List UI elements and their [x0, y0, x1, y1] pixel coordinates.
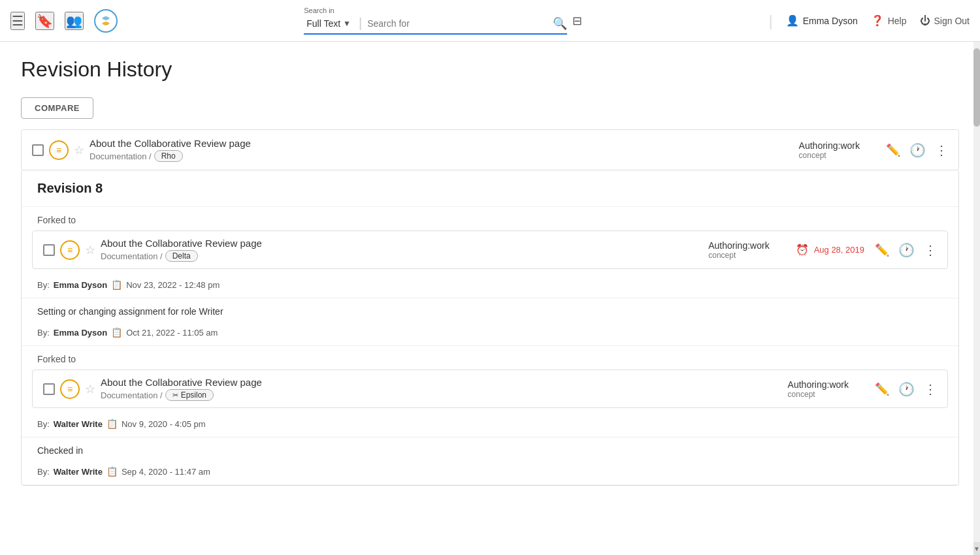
user-section[interactable]: 👤 Emma Dyson [786, 14, 858, 27]
by-line-3: By: Walter Write 📋 Nov 9, 2020 - 4:05 pm [22, 413, 958, 437]
forked-item-row-3: ≡ ☆ About the Collaborative Review page … [32, 370, 948, 408]
action-item-row-2: Setting or changing assignment for role … [22, 298, 958, 322]
edit-button[interactable]: ✏️ [886, 143, 900, 157]
current-item-row: ≡ ☆ About the Collaborative Review page … [21, 129, 959, 170]
user-icon: 👤 [786, 14, 799, 27]
by-name-2: Emma Dyson [54, 328, 107, 338]
forked-item-title-1: About the Collaborative Review page [101, 238, 708, 249]
search-section: Search in Full Text ▼ | 🔍 [304, 7, 567, 35]
help-label: Help [888, 16, 907, 26]
compare-button[interactable]: COMPARE [21, 97, 93, 119]
forked-action-icons-3: ✏️ 🕐 ⋮ [875, 381, 937, 397]
scrollbar-track[interactable]: ▼ [973, 42, 980, 501]
forked-more-button-3[interactable]: ⋮ [924, 381, 937, 397]
app-logo [94, 9, 118, 33]
forked-more-button-1[interactable]: ⋮ [924, 242, 937, 258]
chevron-down-icon: ▼ [343, 19, 351, 28]
revision-section-3: Forked to ≡ ☆ About the Collaborative Re… [22, 346, 958, 437]
help-icon: ❓ [871, 14, 884, 27]
by-name-3: Walter Write [54, 419, 103, 429]
search-bar: Full Text ▼ | 🔍 [304, 16, 567, 35]
forked-authoring-work-3: Authoring:work [788, 379, 849, 390]
forked-item-breadcrumb-3: Documentation / ✂ Epsilon [101, 389, 788, 401]
by-label-1: By: [37, 280, 50, 290]
item-breadcrumb: Documentation / Rho [90, 150, 799, 162]
action-item-title-4: Checked in [37, 445, 943, 456]
calendar-icon-1: 📋 [111, 279, 122, 290]
search-type-dropdown[interactable]: Full Text ▼ [304, 18, 353, 29]
warning-clock-icon: ⏰ [796, 244, 809, 256]
forked-history-button-1[interactable]: 🕐 [898, 242, 915, 258]
revision-section-4: Checked in By: Walter Write 📋 Sep 4, 202… [22, 437, 958, 485]
filter-button[interactable]: ⊟ [572, 14, 582, 28]
by-name-1: Emma Dyson [54, 280, 107, 290]
search-input[interactable] [367, 18, 550, 29]
by-line-1: By: Emma Dyson 📋 Nov 23, 2022 - 12:48 pm [22, 274, 958, 298]
nav-separator: | [768, 12, 772, 30]
forked-item-checkbox-3[interactable] [43, 383, 55, 395]
forked-history-button-3[interactable]: 🕐 [898, 381, 915, 397]
more-options-button[interactable]: ⋮ [935, 142, 948, 158]
forked-edit-button-3[interactable]: ✏️ [875, 382, 889, 396]
forked-action-icons-1: ✏️ 🕐 ⋮ [875, 242, 937, 258]
branch-tag-rho: Rho [154, 150, 183, 162]
forked-item-title-3: About the Collaborative Review page [101, 377, 788, 388]
branch-tag-epsilon: ✂ Epsilon [165, 389, 214, 401]
action-item-title-2: Setting or changing assignment for role … [37, 306, 943, 317]
breadcrumb-text: Documentation / [90, 151, 152, 161]
forked-star-icon-3[interactable]: ☆ [85, 382, 95, 396]
calendar-icon-4: 📋 [106, 466, 118, 477]
forked-authoring-concept-1: concept [708, 251, 769, 260]
forked-authoring-concept-3: concept [788, 390, 849, 399]
forked-item-breadcrumb-1: Documentation / Delta [101, 250, 708, 262]
forked-edit-button-1[interactable]: ✏️ [875, 243, 889, 257]
page-title: Revision History [21, 57, 959, 82]
search-area: Search in Full Text ▼ | 🔍 ⊟ [125, 7, 760, 35]
by-name-4: Walter Write [54, 467, 103, 477]
revision-list: Revision 8 Forked to ≡ ☆ About the Colla… [21, 170, 959, 486]
action-icons: ✏️ 🕐 ⋮ [886, 142, 948, 158]
authoring-concept: concept [799, 151, 860, 160]
search-submit-button[interactable]: 🔍 [553, 16, 567, 31]
revision-section-2: Setting or changing assignment for role … [22, 298, 958, 346]
star-icon[interactable]: ☆ [74, 143, 84, 157]
forked-authoring-work-1: Authoring:work [708, 240, 769, 251]
forked-authoring-section-1: Authoring:work concept [708, 240, 769, 260]
history-button[interactable]: 🕐 [909, 142, 926, 158]
search-type-label: Full Text [306, 18, 340, 29]
nav-left: ☰ 🔖 👥 [10, 9, 118, 33]
power-icon: ⏻ [920, 15, 930, 27]
forked-item-checkbox-1[interactable] [43, 244, 55, 256]
help-section[interactable]: ❓ Help [871, 14, 907, 27]
signout-section[interactable]: ⏻ Sign Out [920, 15, 970, 27]
forked-breadcrumb-text-1: Documentation / [101, 251, 163, 261]
revision-section-1: Forked to ≡ ☆ About the Collaborative Re… [22, 207, 958, 298]
hamburger-menu-button[interactable]: ☰ [10, 12, 25, 30]
search-in-label: Search in [304, 7, 334, 14]
branch-tag-delta: Delta [165, 250, 198, 262]
bookmark-button[interactable]: 🔖 [35, 12, 54, 30]
by-line-4: By: Walter Write 📋 Sep 4, 2020 - 11:47 a… [22, 461, 958, 484]
by-date-4: Sep 4, 2020 - 11:47 am [122, 467, 210, 477]
revision-header: Revision 8 [22, 170, 958, 207]
calendar-icon-3: 📋 [106, 419, 118, 429]
forked-item-title-section-3: About the Collaborative Review page Docu… [101, 377, 788, 401]
svg-point-0 [95, 10, 117, 32]
forked-star-icon-1[interactable]: ☆ [85, 243, 95, 257]
by-label-4: By: [37, 467, 50, 477]
nav-right: | 👤 Emma Dyson ❓ Help ⏻ Sign Out [768, 12, 970, 30]
item-checkbox[interactable] [32, 144, 44, 156]
user-name: Emma Dyson [803, 16, 858, 26]
search-divider: | [359, 16, 362, 31]
authoring-section: Authoring:work concept [799, 140, 860, 160]
by-date-1: Nov 23, 2022 - 12:48 pm [126, 280, 220, 290]
item-title: About the Collaborative Review page [90, 138, 799, 149]
forked-breadcrumb-text-3: Documentation / [101, 390, 163, 400]
authoring-work: Authoring:work [799, 140, 860, 151]
forked-to-label-1: Forked to [22, 207, 958, 230]
scrollbar-thumb[interactable] [973, 48, 980, 127]
forked-item-row-1: ≡ ☆ About the Collaborative Review page … [32, 230, 948, 269]
forked-authoring-section-3: Authoring:work concept [788, 379, 849, 399]
people-button[interactable]: 👥 [65, 12, 84, 30]
forked-to-label-3: Forked to [22, 346, 958, 370]
